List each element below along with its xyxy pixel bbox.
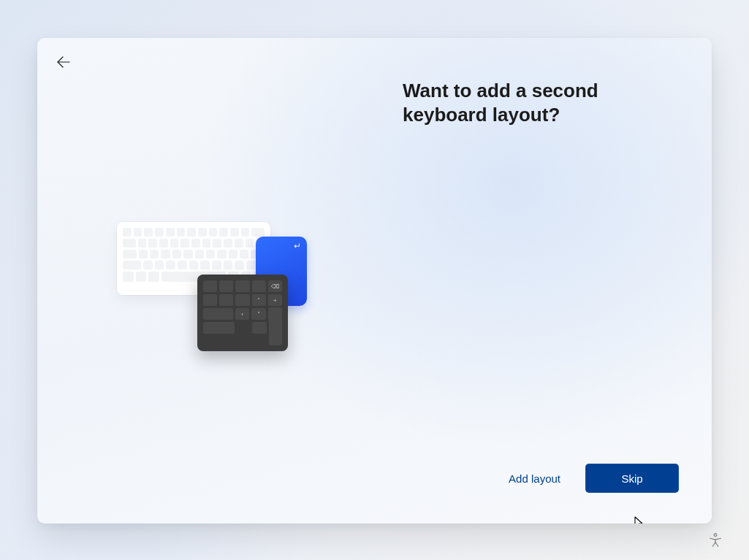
page-title: Want to add a second keyboard layout? — [403, 79, 680, 126]
svg-point-1 — [714, 533, 717, 536]
back-button[interactable] — [49, 50, 78, 76]
illustration-keyboard-dark: ⌫ ˄+ ‹˅› — [197, 275, 288, 351]
dialog-footer: Add layout Skip — [509, 464, 679, 493]
oobe-dialog: Want to add a second keyboard layout? ↵ … — [37, 38, 712, 523]
enter-glyph-icon: ↵ — [294, 241, 301, 251]
add-layout-button[interactable]: Add layout — [509, 472, 560, 485]
keyboard-illustration: ↵ ⌫ ˄+ ‹˅› — [117, 222, 343, 390]
cursor-icon — [634, 516, 645, 523]
accessibility-icon — [707, 532, 723, 551]
accessibility-button[interactable] — [702, 528, 729, 554]
arrow-left-icon — [56, 56, 71, 70]
skip-button[interactable]: Skip — [585, 464, 679, 493]
